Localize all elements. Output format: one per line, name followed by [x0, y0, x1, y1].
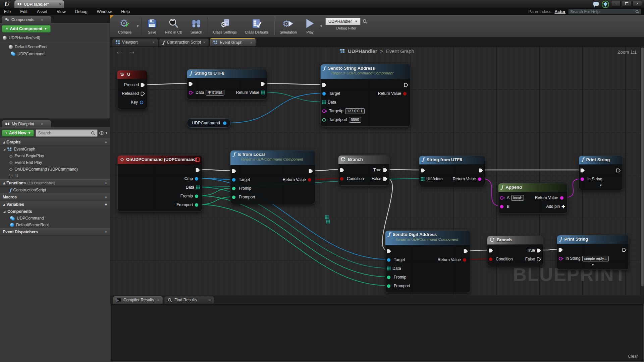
macros-section-header[interactable]: Macros +: [0, 193, 110, 201]
tree-item-endplay[interactable]: ◇ Event End Play: [0, 159, 110, 166]
print-string-2-literal-input[interactable]: simple reply...: [582, 256, 609, 261]
string-to-utf8[interactable]: ƒString to UTF8Data中文测试Return Value: [187, 69, 267, 100]
play-options-chevron-icon[interactable]: ▼: [320, 24, 323, 28]
tab-close-icon[interactable]: ×: [250, 41, 252, 45]
breadcrumb-root[interactable]: UDPHandler: [348, 48, 377, 54]
sendto-digit-address-pin-exec[interactable]: [387, 249, 391, 253]
tab-construction-script[interactable]: ƒ Construction Script×: [159, 38, 209, 46]
sendto-string-address-pin-exec[interactable]: [322, 83, 326, 87]
string-to-utf8-pin-data[interactable]: Data中文测试: [189, 90, 224, 96]
breadcrumb-current[interactable]: Event Graph: [386, 48, 414, 54]
add-macro-icon[interactable]: +: [105, 194, 107, 200]
menu-view[interactable]: View: [52, 9, 70, 14]
print-string-1[interactable]: ƒPrint StringIn String▼: [579, 156, 623, 190]
find-in-cb-button[interactable]: Find in CB: [161, 15, 186, 37]
search-button[interactable]: Search: [186, 15, 206, 37]
branch-2[interactable]: BranchTrueConditionFalse: [487, 236, 543, 266]
debug-search-icon[interactable]: [363, 19, 367, 24]
onudpcommand-pin-cmp[interactable]: Cmp: [184, 176, 200, 181]
add-variable-icon[interactable]: +: [105, 202, 107, 207]
sendto-digit-address-pin-target[interactable]: Target: [387, 257, 405, 262]
sendto-string-address-pin-targetip[interactable]: Targetip127.0.0.1: [322, 108, 365, 114]
menu-debug[interactable]: Debug: [70, 9, 92, 14]
sendto-string-address-pin-targetport[interactable]: Targetport9999: [322, 117, 361, 123]
add-graph-icon[interactable]: +: [105, 139, 107, 145]
my-blueprint-close-icon[interactable]: ×: [41, 122, 43, 126]
string-from-utf8-pin-return-value[interactable]: Return Value: [453, 177, 483, 181]
branch-1-pin-condition[interactable]: Condition: [340, 176, 364, 181]
print-string-2[interactable]: ƒPrint StringIn Stringsimple reply...▼: [557, 235, 629, 270]
is-from-local-pin-exec[interactable]: [309, 169, 313, 173]
add-component-button[interactable]: + Add Component ▼: [2, 25, 51, 33]
branch-2-pin-exec[interactable]: [489, 248, 493, 253]
debug-object-dropdown[interactable]: UDPHandler▼: [325, 18, 361, 25]
is-from-local-pin-exec[interactable]: [232, 169, 236, 173]
tree-item-defaultsceneroot-var[interactable]: DefaultSceneRoot: [0, 222, 110, 228]
tab-find-results[interactable]: Find Results×: [164, 296, 214, 304]
feedback-bubble-icon[interactable]: [593, 2, 599, 7]
compile-options-chevron-icon[interactable]: ▼: [136, 24, 139, 28]
print-string-1-expander-icon[interactable]: ▼: [579, 183, 623, 188]
onudpcommand-pin-exec[interactable]: [196, 168, 200, 172]
print-string-2-expander-icon[interactable]: ▼: [557, 263, 629, 267]
append[interactable]: ƒAppendAlocal:Return ValueBAdd pin✚: [498, 183, 568, 214]
branch-1-pin-false[interactable]: False: [372, 176, 387, 181]
string-to-utf8-pin-exec[interactable]: [261, 82, 265, 86]
sendto-string-address-pin-return-value[interactable]: Return Value: [378, 91, 408, 96]
branch-2-pin-false[interactable]: False: [525, 257, 541, 261]
tab-close-icon[interactable]: ×: [157, 298, 159, 302]
string-from-utf8[interactable]: ƒString from UTF8Utf 8dataReturn Value: [419, 156, 485, 186]
marketplace-icon[interactable]: [602, 1, 609, 8]
compile-button[interactable]: ⚙✓ Compile: [114, 15, 136, 37]
add-dispatcher-icon[interactable]: +: [105, 229, 107, 235]
append-pin-return-value[interactable]: Return Value: [535, 195, 565, 200]
is-from-local-pin-return-value[interactable]: Return Value: [283, 177, 313, 182]
append-pin-a[interactable]: Alocal:: [500, 195, 524, 201]
tab-event-graph[interactable]: Event Graph×: [210, 38, 256, 46]
tree-item-udpcommand-var[interactable]: UDPCommand: [0, 215, 110, 222]
onudpcommand-pin-data[interactable]: Data: [186, 185, 200, 190]
is-from-local-pin-fromport[interactable]: Fromport: [232, 195, 255, 199]
save-button[interactable]: Save: [143, 15, 161, 37]
key-u[interactable]: UPressedReleasedKey: [117, 70, 147, 109]
key-u-pin-released[interactable]: Released: [122, 91, 145, 96]
tab-close-icon[interactable]: ×: [153, 40, 155, 44]
tree-item-constructionscript[interactable]: ƒ ConstructionScript: [0, 187, 110, 193]
key-u-pin-key[interactable]: Key: [131, 100, 145, 105]
graphs-section-header[interactable]: ◢ Graphs +: [0, 138, 110, 146]
menu-help[interactable]: Help: [116, 9, 135, 14]
string-to-utf8-pin-return-value[interactable]: Return Value: [236, 90, 265, 95]
tab-close-icon[interactable]: ×: [203, 40, 205, 44]
append-pin-b[interactable]: B: [500, 204, 509, 209]
onudpcommand[interactable]: ◇OnUDPCommand (UDPCommand)CmpDataFromipF…: [117, 155, 202, 212]
document-tab[interactable]: UDPHandler* ×: [14, 0, 64, 8]
expand-triangle-icon[interactable]: ◢: [3, 148, 5, 151]
is-from-local-pin-target[interactable]: Target: [232, 177, 250, 182]
reroute-2[interactable]: [326, 219, 330, 225]
print-string-1-pin-exec[interactable]: [580, 168, 585, 173]
help-search-input[interactable]: Search For Help: [568, 9, 641, 14]
event-dispatchers-section-header[interactable]: Event Dispatchers +: [0, 228, 110, 236]
onudpcommand-pin-fromport[interactable]: Fromport: [176, 202, 200, 207]
add-new-button[interactable]: + Add New ▼: [2, 130, 34, 136]
string-from-utf8-pin-utf-8data[interactable]: Utf 8data: [421, 177, 443, 181]
print-string-1-pin-in-string[interactable]: In String: [580, 177, 602, 181]
sendto-digit-address-pin-exec[interactable]: [464, 249, 468, 253]
sendto-digit-address-pin-fromip[interactable]: Fromip: [387, 275, 406, 280]
class-defaults-button[interactable]: Class Defaults: [241, 15, 273, 37]
tree-item-onudpcommand[interactable]: ◇ OnUDPCommand (UDPCommand): [0, 166, 110, 173]
branch-2-pin-condition[interactable]: Condition: [489, 257, 513, 261]
menu-edit[interactable]: Edit: [15, 9, 32, 14]
component-row-self[interactable]: UDPHandler(self): [0, 34, 110, 41]
components-panel-close-icon[interactable]: ×: [41, 18, 43, 22]
clear-button[interactable]: Clear: [628, 354, 638, 359]
print-string-2-pin-exec[interactable]: [622, 248, 627, 252]
menu-asset[interactable]: Asset: [32, 9, 52, 14]
sendto-string-address[interactable]: ƒSendto String AddressTarget is UDPComma…: [320, 64, 411, 127]
event-graph-canvas[interactable]: ←→ UDPHandler > Event Graph Zoom 1:1 BLU…: [110, 46, 644, 295]
components-panel-tab[interactable]: Components ×: [1, 16, 52, 23]
document-tab-close-icon[interactable]: ×: [59, 2, 61, 7]
string-from-utf8-pin-exec[interactable]: [421, 168, 425, 173]
sendto-digit-address-pin-fromport[interactable]: Fromport: [387, 284, 410, 288]
tree-item-eventgraph[interactable]: ◢ EventGraph: [0, 146, 110, 153]
